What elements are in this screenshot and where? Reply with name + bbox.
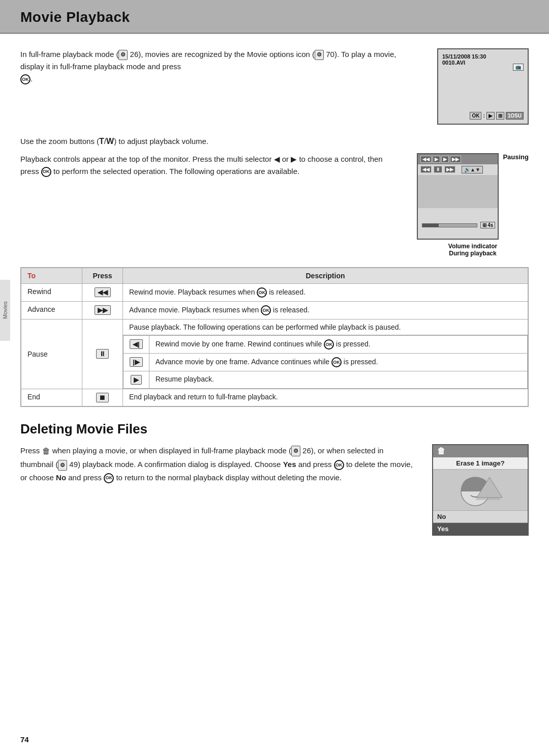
table-body: Rewind ◀◀ Rewind movie. Playback resumes… (21, 283, 528, 406)
deleting-text: Press 🗑 when playing a movie, or when di… (20, 444, 417, 536)
pause-sub-icon-1: ◀| (124, 335, 149, 353)
volume-indicator-label: Volume indicator (417, 243, 529, 250)
table-header-row: To Press Description (21, 268, 528, 283)
advance-frame-icon: |▶ (130, 357, 143, 367)
col-header-desc: Description (123, 268, 528, 283)
to-advance: Advance (21, 301, 82, 319)
ff-btn: ▶▶ (450, 156, 461, 163)
pause-sub-desc-1: Rewind movie by one frame. Rewind contin… (149, 335, 527, 353)
ok-icon-del1: OK (334, 460, 344, 470)
playback-section: Playback controls appear at the top of t… (20, 153, 529, 257)
dialog-header: 🗑 (433, 445, 528, 457)
desc-pause: Pause playback. The following operations… (123, 319, 528, 389)
press-advance: ▶▶ (82, 301, 123, 319)
dialog-options: No Yes (433, 510, 528, 535)
pausing-label: Pausing (503, 153, 529, 161)
ok-icon-rewind: OK (257, 287, 267, 298)
tv-icon: 📺 (513, 64, 524, 71)
to-rewind: Rewind (21, 283, 82, 301)
deleting-content: Press 🗑 when playing a movie, or when di… (20, 444, 529, 536)
progress-bar (422, 223, 477, 227)
ok-icon-advance: OK (261, 305, 271, 315)
intro-paragraph: In full-frame playback mode (⚙ 26), movi… (20, 48, 422, 85)
table-row-end: End ⏹ End playback and return to full-fr… (21, 389, 528, 406)
advance-ctrl-icon: ▶▶ (95, 305, 111, 315)
resume-icon: ▶ (131, 375, 142, 385)
pause-sub-icon-2: |▶ (124, 353, 149, 371)
to-pause: Pause (21, 319, 82, 389)
pausing-row: ◀◀ ▶ ▶ ▶▶ ◀◀ ⏸ ▶▶ 🔊▲▼ (417, 153, 529, 240)
to-end: End (21, 389, 82, 406)
time-label: ⊞ 4s (480, 222, 496, 228)
intro-text: In full-frame playback mode (⚙ 26), movi… (20, 48, 422, 125)
yes-label: Yes (283, 460, 296, 469)
mid-stop: ⏸ (434, 166, 442, 173)
mid-bar: ◀◀ ⏸ ▶▶ 🔊▲▼ (418, 164, 498, 175)
playback-mode-icon: ⚙ (118, 50, 128, 60)
pausing-label-wrap: Pausing (503, 153, 529, 161)
deleting-paragraph: Press 🗑 when playing a movie, or when di… (20, 444, 417, 484)
top-controls: ◀◀ ▶ ▶ ▶▶ (420, 156, 461, 163)
w-button: W (106, 137, 114, 146)
pause-main-desc: Pause playback. The following operations… (123, 319, 528, 335)
mid-ff: ▶▶ (444, 166, 455, 173)
playback-mode-icon-del: ⚙ (291, 446, 300, 456)
frame-icon-small: ⊞ (496, 112, 504, 120)
page-title: Movie Playback (20, 9, 529, 25)
pause-btn: ▶ (433, 156, 440, 163)
ok-icon-advance-frame: OK (331, 357, 342, 367)
ok-circle-playback: OK (41, 167, 51, 177)
playback-screen-wrap: ◀◀ ▶ ▶ ▶▶ ◀◀ ⏸ ▶▶ 🔊▲▼ (417, 153, 529, 257)
ok-button-icon: OK (20, 74, 30, 84)
col-header-to: To (21, 268, 82, 283)
deleting-section: Deleting Movie Files Press 🗑 when playin… (20, 421, 529, 536)
camera-filename: 0010.AVI (442, 60, 524, 66)
table-row-advance: Advance ▶▶ Advance movie. Playback resum… (21, 301, 528, 319)
vol-ctrl: 🔊▲▼ (462, 166, 483, 173)
pause-sub-body: ◀| Rewind movie by one frame. Rewind con… (124, 335, 528, 388)
pause-sub-desc-3: Resume playback. (149, 371, 527, 388)
playback-screen: ◀◀ ▶ ▶ ▶▶ ◀◀ ⏸ ▶▶ 🔊▲▼ (417, 153, 499, 240)
screen-body (418, 175, 498, 208)
desc-end: End playback and return to full-frame pl… (123, 389, 528, 406)
erase-dialog: 🗑 Erase 1 image? (432, 444, 529, 536)
ok-icon-rewind-frame: OK (324, 339, 334, 350)
zoom-text: Use the zoom buttons (T/W) to adjust pla… (20, 135, 529, 148)
press-rewind: ◀◀ (82, 283, 123, 301)
dialog-option-yes: Yes (433, 522, 528, 535)
page-header: Movie Playback (0, 0, 549, 34)
progress-fill (422, 224, 439, 227)
dialog-trash-icon: 🗑 (437, 447, 445, 456)
rewind-ctrl-icon: ◀◀ (95, 287, 111, 297)
top-bar: ◀◀ ▶ ▶ ▶▶ (418, 154, 498, 164)
camera-bottom-icons: OK : ▶ ⊞ 1OSU (442, 112, 524, 120)
sidebar-movies-label: Movies (0, 280, 10, 341)
thumbnail-icon-del: ⚙ (58, 460, 67, 471)
press-pause: ⏸ (82, 319, 123, 389)
pause-sub-table: ◀| Rewind movie by one frame. Rewind con… (123, 335, 528, 389)
1osu-icon: 1OSU (506, 112, 524, 120)
ok-icon-small: OK (470, 112, 481, 120)
pause-sub-icon-3: ▶ (124, 371, 149, 388)
no-label: No (56, 473, 66, 482)
playback-paragraph: Playback controls appear at the top of t… (20, 153, 402, 178)
play-btn: ▶ (441, 156, 449, 163)
play-icon-small: ▶ (486, 112, 495, 120)
during-playback-label: During playback (417, 250, 529, 257)
pause-sub-row-2: |▶ Advance movie by one frame. Advance c… (124, 353, 528, 371)
end-ctrl-icon: ⏹ (96, 393, 109, 402)
rewind-btn: ◀◀ (420, 156, 432, 163)
table-row-rewind: Rewind ◀◀ Rewind movie. Playback resumes… (21, 283, 528, 301)
pause-sub-desc-2: Advance movie by one frame. Advance cont… (149, 353, 527, 371)
camera-screen-intro: 15/11/2008 15:30 0010.AVI 📺 OK : ▶ ⊞ 1OS… (437, 48, 529, 125)
desc-rewind: Rewind movie. Playback resumes when OK i… (123, 283, 528, 301)
pause-sub-row-1: ◀| Rewind movie by one frame. Rewind con… (124, 335, 528, 353)
dialog-image-svg (458, 472, 503, 508)
separator: : (483, 113, 484, 119)
mid-rw: ◀◀ (420, 166, 432, 173)
dialog-title: Erase 1 image? (433, 457, 528, 470)
zoom-section: Use the zoom buttons (T/W) to adjust pla… (20, 135, 529, 148)
table-head: To Press Description (21, 268, 528, 283)
movie-options-icon: ⚙ (315, 50, 324, 60)
pause-sub-row-3: ▶ Resume playback. (124, 371, 528, 388)
